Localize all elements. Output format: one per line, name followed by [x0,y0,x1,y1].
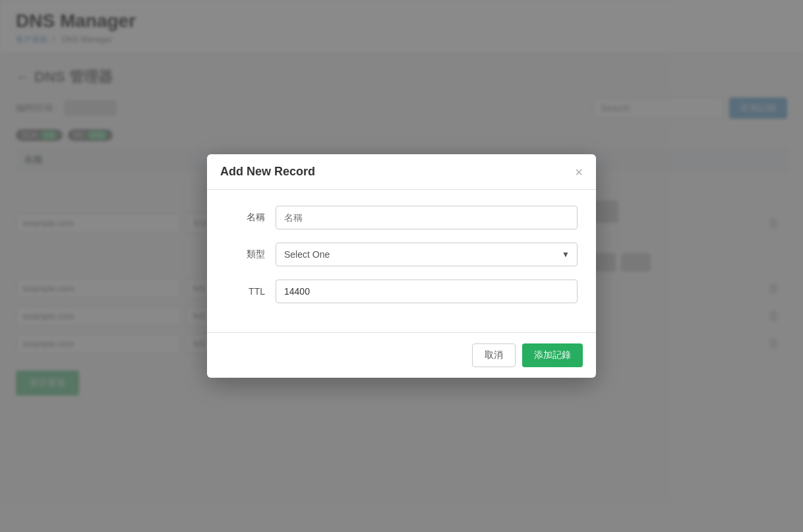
ttl-input[interactable] [276,280,578,303]
ttl-label: TTL [225,286,265,297]
cancel-button[interactable]: 取消 [472,343,516,367]
modal-header: Add New Record × [207,154,596,190]
name-label: 名稱 [225,212,265,223]
modal-body: 名稱 類型 Select One A AAAA CNAME MX NS SOA … [207,190,596,332]
modal-footer: 取消 添加記錄 [207,332,596,378]
modal-overlay[interactable]: Add New Record × 名稱 類型 Select One A AAAA… [0,0,803,409]
name-input[interactable] [276,206,578,229]
modal-close-button[interactable]: × [575,165,583,179]
form-group-type: 類型 Select One A AAAA CNAME MX NS SOA TXT… [225,243,578,266]
form-group-name: 名稱 [225,206,578,229]
type-select[interactable]: Select One A AAAA CNAME MX NS SOA TXT SR… [276,243,578,266]
add-record-submit-button[interactable]: 添加記錄 [522,343,583,367]
type-label: 類型 [225,249,265,260]
modal-title: Add New Record [220,165,315,179]
type-select-wrapper: Select One A AAAA CNAME MX NS SOA TXT SR… [276,243,578,266]
modal-dialog: Add New Record × 名稱 類型 Select One A AAAA… [207,154,596,378]
form-group-ttl: TTL [225,280,578,303]
